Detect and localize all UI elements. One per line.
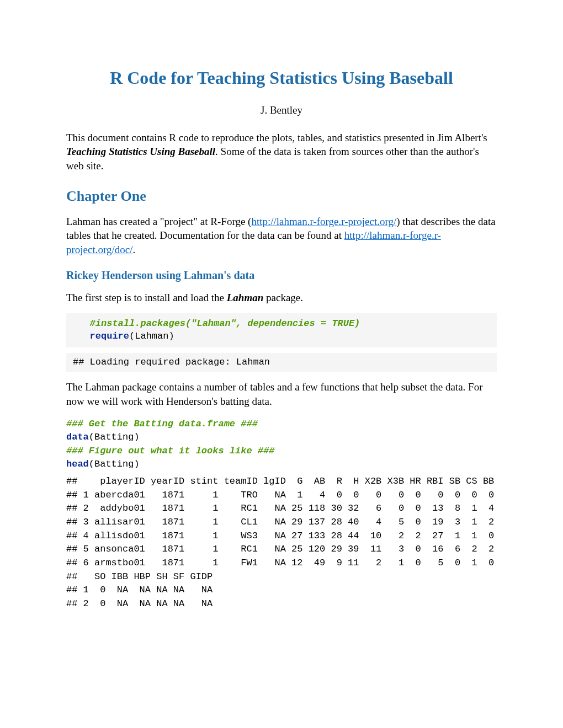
code-args-head: (Batting) [89, 459, 140, 469]
paragraph-1: Lahman has created a "project" at R-Forg… [66, 215, 497, 257]
paragraph-2: The first step is to install and load th… [66, 291, 497, 305]
p2-text-1: The first step is to install and load th… [66, 292, 227, 303]
p1-text-3: . [132, 244, 135, 255]
link-rforge[interactable]: http://lahman.r-forge.r-project.org/ [251, 216, 396, 227]
code-keyword-head: head [66, 459, 89, 469]
code-comment-2: ### Get the Batting data.frame ### [66, 419, 258, 429]
code-args-data: (Batting) [89, 432, 140, 442]
document-title: R Code for Teaching Statistics Using Bas… [66, 66, 497, 90]
code-comment-3: ### Figure out what it looks like ### [66, 446, 274, 456]
p2-text-2: package. [263, 292, 303, 303]
paragraph-3: The Lahman package contains a number of … [66, 380, 497, 408]
p1-text-1: Lahman has created a "project" at R-Forg… [66, 216, 251, 227]
code-output-1: ## Loading required package: Lahman [66, 353, 497, 372]
book-title: Teaching Statistics Using Baseball [66, 146, 215, 157]
author: J. Bentley [66, 103, 497, 117]
code-keyword: require [90, 331, 129, 341]
intro-text-1: This document contains R code to reprodu… [66, 132, 487, 143]
package-name: Lahman [227, 292, 264, 303]
subsection-heading: Rickey Henderson using Lahman's data [66, 268, 497, 283]
code-args: (Lahman) [129, 331, 174, 341]
chapter-heading: Chapter One [66, 186, 497, 206]
code-comment: #install.packages("Lahman", dependencies… [90, 318, 360, 329]
code-block-1: #install.packages("Lahman", dependencies… [66, 313, 497, 347]
code-block-2: ### Get the Batting data.frame ### data(… [66, 417, 497, 472]
intro-paragraph: This document contains R code to reprodu… [66, 131, 497, 173]
code-output-2: ## playerID yearID stint teamID lgID G A… [66, 475, 497, 611]
code-keyword-data: data [66, 432, 89, 442]
